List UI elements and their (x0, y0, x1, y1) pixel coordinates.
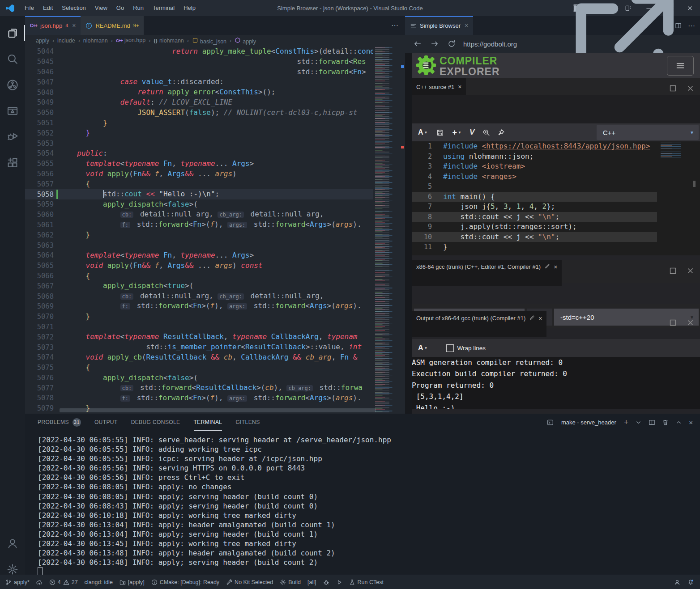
ce-code-line-4[interactable]: 4#include <ranges> (412, 172, 657, 182)
maximize-pane-icon[interactable] (669, 318, 677, 327)
minimap[interactable] (373, 47, 405, 414)
ce-compiler-tab[interactable]: x86-64 gcc (trunk) (C++, Editor #1, Comp… (412, 260, 562, 286)
close-pane-icon[interactable] (686, 267, 695, 275)
panel-tab-problems[interactable]: PROBLEMS31 (38, 414, 81, 431)
menu-run[interactable]: Run (128, 0, 148, 16)
maximize-pane-icon[interactable] (669, 267, 677, 275)
menu-file[interactable]: File (20, 0, 38, 16)
zoom-icon[interactable] (482, 129, 490, 136)
breadcrumb-item[interactable]: apply (36, 38, 49, 44)
add-pane-button[interactable]: +▼ (452, 128, 461, 137)
tab-json-hpp[interactable]: C++ json.hpp 4 × (25, 16, 81, 35)
tab-readme-md[interactable]: README.md 9+ (81, 16, 144, 35)
status-problems[interactable]: 427 (49, 579, 78, 585)
close-tab-icon[interactable]: × (72, 22, 76, 29)
menu-view[interactable]: View (90, 0, 112, 16)
code-line-5074[interactable]: 5074 void apply_cb(ResultCallback && cb,… (25, 352, 373, 363)
menu-help[interactable]: Help (179, 0, 200, 16)
pin-icon[interactable] (497, 129, 505, 136)
run-debug-icon[interactable] (0, 126, 25, 148)
accounts-icon[interactable] (0, 533, 25, 554)
tab-simple-browser[interactable]: Simple Browser × (405, 16, 473, 35)
new-terminal-icon[interactable]: + (624, 418, 629, 427)
extensions-icon[interactable] (0, 152, 25, 174)
code-line-5077[interactable]: 5077 cb: std::forward<ResultCallback>(cb… (25, 383, 373, 393)
language-select[interactable]: C++▼ (597, 125, 699, 140)
ce-code-line-11[interactable]: 11} (412, 242, 657, 252)
panel-tab-gitlens[interactable]: GITLENS (235, 414, 260, 431)
close-pane-icon[interactable] (686, 318, 695, 327)
close-panel-icon[interactable]: × (689, 419, 693, 426)
code-line-5048[interactable]: 5048 return apply_error<ConstThis>(); (25, 87, 373, 97)
code-line-5059[interactable]: 5059 apply_dispatch<false>( (25, 199, 373, 210)
ce-output-tab[interactable]: Output of x86-64 gcc (trunk) (Compiler #… (412, 311, 546, 337)
menu-terminal[interactable]: Terminal (148, 0, 179, 16)
status-build[interactable]: Build (280, 579, 301, 585)
close-pane-icon[interactable] (686, 84, 695, 93)
code-line-5045[interactable]: 5045 std::forward<Res (25, 57, 373, 67)
code-line-5065[interactable]: 5065 void apply(Fn&& f, Args&& ... args)… (25, 261, 373, 271)
code-line-5075[interactable]: 5075 { (25, 363, 373, 373)
status-feedback[interactable] (674, 579, 680, 585)
horizontal-scrollbar[interactable] (60, 408, 376, 412)
code-line-5069[interactable]: 5069 f: std::forward<Fn>(f), args: std::… (25, 301, 373, 312)
code-line-5060[interactable]: 5060 cb: detail::null_arg, cb_arg: detai… (25, 210, 373, 220)
code-line-5073[interactable]: 5073 std::is_member_pointer<ResultCallba… (25, 342, 373, 352)
wrap-lines-checkbox[interactable] (446, 344, 454, 352)
font-size-button[interactable]: A▼ (418, 344, 427, 352)
code-line-5052[interactable]: 5052 } (25, 128, 373, 138)
menu-edit[interactable]: Edit (38, 0, 57, 16)
code-line-5051[interactable]: 5051 } (25, 118, 373, 128)
status-build-target[interactable]: [all] (307, 579, 316, 585)
ce-code-line-7[interactable]: 7 json j{5, 3, 1, 4, 2}; (412, 202, 657, 212)
close-icon[interactable]: × (554, 263, 557, 271)
code-line-5061[interactable]: 5061 f: std::forward<Fn>(f), args: std::… (25, 220, 373, 230)
ce-code-line-1[interactable]: 1#include <https://localhost:8443/apply/… (412, 141, 657, 152)
code-line-5046[interactable]: 5046 std::forward<Fn> (25, 67, 373, 77)
breadcrumb-item[interactable]: nlohmann (83, 38, 108, 44)
font-size-button[interactable]: A▼ (418, 128, 427, 136)
url-input[interactable]: https://godbolt.org (463, 40, 517, 48)
rename-pane-icon[interactable] (544, 263, 550, 269)
ce-code-line-8[interactable]: 8 std::cout << j << "\n"; (412, 212, 657, 222)
code-line-5064[interactable]: 5064 template<typename Fn, typename... A… (25, 250, 373, 261)
back-icon[interactable] (413, 39, 422, 48)
editor-more-actions-icon[interactable]: ⋯ (391, 16, 399, 35)
code-line-5049[interactable]: 5049 default: // LCOV_EXCL_LINE (25, 97, 373, 108)
code-line-5054[interactable]: 5054 public: (25, 148, 373, 159)
code-line-5053[interactable]: 5053 (25, 138, 373, 148)
maximize-panel-icon[interactable] (675, 419, 682, 426)
status-debug[interactable] (323, 579, 329, 585)
source-control-icon[interactable] (0, 74, 25, 96)
explorer-icon[interactable] (0, 22, 25, 44)
status-branch[interactable]: apply* (5, 579, 30, 585)
code-line-5076[interactable]: 5076 apply_dispatch<false>( (25, 373, 373, 383)
code-line-5057[interactable]: 5057 { (25, 179, 373, 189)
breadcrumb-item[interactable]: apply (235, 37, 256, 45)
menu-go[interactable]: Go (112, 0, 128, 16)
menu-selection[interactable]: Selection (57, 0, 90, 16)
code-line-5071[interactable]: 5071 (25, 322, 373, 332)
kill-terminal-icon[interactable] (662, 419, 669, 426)
code-line-5067[interactable]: 5067 apply_dispatch<true>( (25, 281, 373, 291)
ce-code-line-5[interactable]: 5 (412, 182, 657, 192)
ce-code-line-2[interactable]: 2using nlohmann::json; (412, 152, 657, 162)
ce-scrollbar[interactable] (694, 141, 695, 255)
ce-code-editor[interactable]: 1#include <https://localhost:8443/apply/… (412, 141, 700, 255)
status-clangd[interactable]: clangd: idle (85, 579, 113, 585)
breadcrumb-item[interactable]: basic_json (192, 37, 226, 45)
status-notifications[interactable] (687, 579, 694, 585)
forward-icon[interactable] (430, 39, 439, 48)
close-tab-icon[interactable]: × (465, 22, 468, 29)
ce-code-line-6[interactable]: 6int main() { (412, 192, 657, 202)
code-line-5078[interactable]: 5078 f: std::forward<Fn>(f), args: std::… (25, 393, 373, 403)
save-icon[interactable] (436, 129, 444, 136)
code-line-5058[interactable]: 5058 std::cout << "Hello :-)\n"; (25, 189, 373, 199)
code-line-5068[interactable]: 5068 cb: detail::null_arg, cb_arg: detai… (25, 291, 373, 301)
panel-tab-terminal[interactable]: TERMINAL (194, 414, 222, 431)
status-cmake-project[interactable]: [apply] (120, 579, 145, 585)
live-preview-icon[interactable] (0, 100, 25, 122)
code-editor[interactable]: 5044 return apply_make_tuple<ConstThis>(… (25, 47, 373, 414)
ce-source-tab[interactable]: C++ source #1× (412, 78, 466, 95)
reload-icon[interactable] (447, 39, 456, 48)
